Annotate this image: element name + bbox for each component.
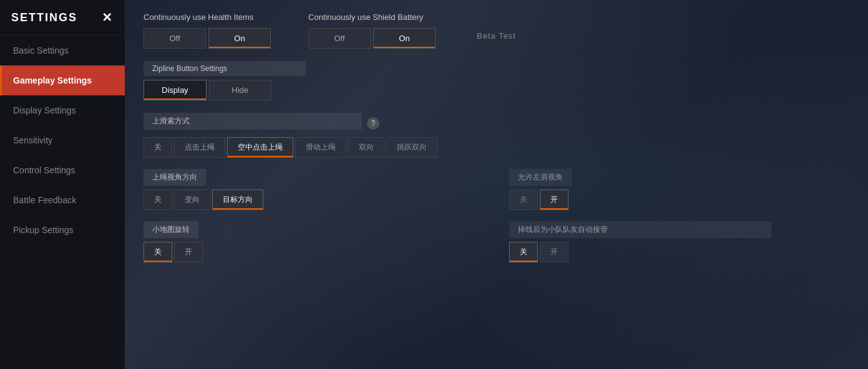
help-icon[interactable]: ? xyxy=(367,117,379,130)
sidebar-item-display[interactable]: Display Settings xyxy=(0,95,125,125)
zipline-mode-section: 上滑索方式 ? 关 点击上绳 空中点击上绳 滑动上绳 双向 跳跃双向 xyxy=(144,113,849,158)
bottom-settings-row: 上绳视角方向 关 变向 目标方向 小地图旋转 关 开 允许左肩视角 xyxy=(144,169,849,274)
zipline-mode-header-row: 上滑索方式 ? xyxy=(144,113,849,133)
health-on-button[interactable]: On xyxy=(208,28,271,49)
left-shoulder-btn-0[interactable]: 关 xyxy=(509,189,538,210)
sidebar: SETTINGS ✕ Basic SettingsGameplay Settin… xyxy=(0,0,125,369)
sidebar-header: SETTINGS ✕ xyxy=(0,0,125,36)
auto-takeover-btn-1[interactable]: 开 xyxy=(540,242,568,262)
minimap-btn-0[interactable]: 关 xyxy=(144,242,172,262)
minimap-label: 小地图旋转 xyxy=(144,221,198,238)
bottom-left-col: 上绳视角方向 关 变向 目标方向 小地图旋转 关 开 xyxy=(144,169,484,274)
sidebar-item-basic[interactable]: Basic Settings xyxy=(0,36,125,65)
settings-title: SETTINGS xyxy=(11,11,77,24)
auto-takeover-label: 掉线后为小队队友自动接管 xyxy=(509,221,771,238)
bottom-right-col: 允许左肩视角 关 开 掉线后为小队队友自动接管 关 开 xyxy=(509,169,850,274)
auto-takeover-toggle-group: 关 开 xyxy=(509,242,850,262)
minimap-section: 小地图旋转 关 开 xyxy=(144,221,484,262)
rope-view-toggle-group: 关 变向 目标方向 xyxy=(144,189,484,210)
rope-view-btn-0[interactable]: 关 xyxy=(144,189,172,210)
minimap-toggle-group: 关 开 xyxy=(144,242,484,262)
sidebar-item-pickup[interactable]: Pickup Settings xyxy=(0,215,125,245)
health-items-toggle-group: Off On xyxy=(144,28,271,49)
zipline-mode-btn-0[interactable]: 关 xyxy=(144,137,172,158)
top-settings-row: Continuously use Health Items Off On Con… xyxy=(144,12,849,49)
zipline-display-button[interactable]: Display xyxy=(144,80,207,100)
zipline-mode-btn-1[interactable]: 点击上绳 xyxy=(174,137,225,158)
auto-takeover-section: 掉线后为小队队友自动接管 关 开 xyxy=(509,221,850,262)
rope-view-btn-1[interactable]: 变向 xyxy=(174,189,210,210)
minimap-btn-1[interactable]: 开 xyxy=(174,242,203,262)
zipline-section: Zipline Button Settings Display Hide xyxy=(144,61,849,100)
left-shoulder-section: 允许左肩视角 关 开 xyxy=(509,169,850,210)
zipline-mode-toggle-group: 关 点击上绳 空中点击上绳 滑动上绳 双向 跳跃双向 xyxy=(144,137,849,158)
zipline-mode-btn-3[interactable]: 滑动上绳 xyxy=(295,137,346,158)
zipline-mode-btn-4[interactable]: 双向 xyxy=(348,137,384,158)
health-items-label: Continuously use Health Items xyxy=(144,12,271,22)
left-shoulder-btn-1[interactable]: 开 xyxy=(540,189,568,210)
zipline-mode-btn-2[interactable]: 空中点击上绳 xyxy=(227,137,293,158)
shield-on-button[interactable]: On xyxy=(373,28,436,49)
sidebar-item-control[interactable]: Control Settings xyxy=(0,155,125,185)
close-icon[interactable]: ✕ xyxy=(102,10,114,25)
zipline-toggle-group: Display Hide xyxy=(144,80,849,100)
shield-battery-setting: Continuously use Shield Battery Off On xyxy=(308,12,436,49)
auto-takeover-btn-0[interactable]: 关 xyxy=(509,242,538,262)
zipline-mode-label: 上滑索方式 xyxy=(144,113,362,130)
sidebar-item-sensitivity[interactable]: Sensitivity xyxy=(0,125,125,155)
rope-view-section: 上绳视角方向 关 变向 目标方向 xyxy=(144,169,484,210)
rope-view-label: 上绳视角方向 xyxy=(144,169,206,186)
shield-battery-toggle-group: Off On xyxy=(308,28,436,49)
shield-battery-label: Continuously use Shield Battery xyxy=(308,12,436,22)
zipline-label: Zipline Button Settings xyxy=(144,61,306,76)
rope-view-btn-2[interactable]: 目标方向 xyxy=(212,189,263,210)
health-off-button[interactable]: Off xyxy=(144,28,206,49)
health-items-setting: Continuously use Health Items Off On xyxy=(144,12,271,49)
zipline-mode-btn-5[interactable]: 跳跃双向 xyxy=(386,137,437,158)
main-content: Beta Test Continuously use Health Items … xyxy=(125,0,868,369)
sidebar-item-battle[interactable]: Battle Feedback xyxy=(0,185,125,215)
sidebar-item-gameplay[interactable]: Gameplay Settings xyxy=(0,65,125,95)
left-shoulder-toggle-group: 关 开 xyxy=(509,189,850,210)
shield-off-button[interactable]: Off xyxy=(308,28,371,49)
zipline-hide-button[interactable]: Hide xyxy=(209,80,271,100)
beta-test-label: Beta Test xyxy=(477,31,516,41)
left-shoulder-label: 允许左肩视角 xyxy=(509,169,572,186)
